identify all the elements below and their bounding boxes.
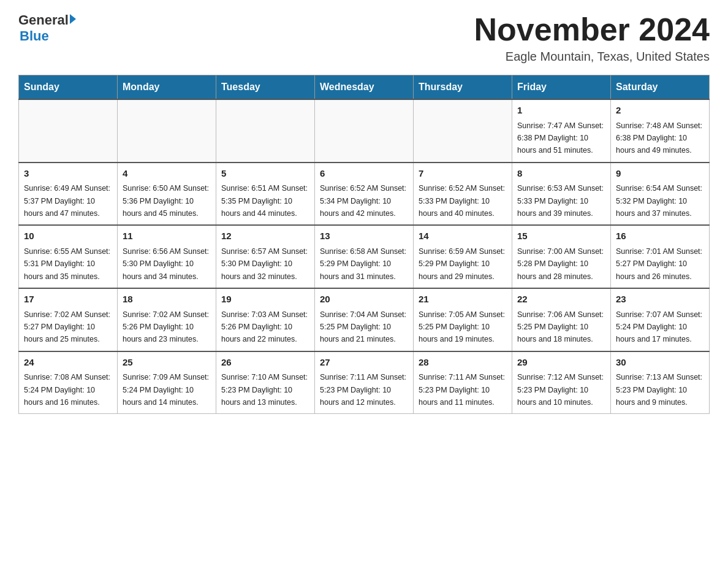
- calendar-cell: 21Sunrise: 7:05 AM Sunset: 5:25 PM Dayli…: [414, 288, 512, 351]
- day-number: 30: [616, 356, 704, 370]
- calendar-cell: [216, 99, 315, 163]
- calendar-cell: [118, 99, 216, 163]
- calendar-cell: [315, 99, 414, 163]
- calendar-cell: 16Sunrise: 7:01 AM Sunset: 5:27 PM Dayli…: [611, 225, 710, 288]
- day-info: Sunrise: 7:03 AM Sunset: 5:26 PM Dayligh…: [221, 310, 308, 344]
- day-info: Sunrise: 6:52 AM Sunset: 5:34 PM Dayligh…: [320, 184, 406, 218]
- day-info: Sunrise: 7:02 AM Sunset: 5:26 PM Dayligh…: [123, 310, 209, 344]
- weekday-header-thursday: Thursday: [414, 75, 512, 100]
- calendar-cell: 1Sunrise: 7:47 AM Sunset: 6:38 PM Daylig…: [512, 99, 611, 163]
- day-number: 21: [419, 293, 507, 307]
- day-info: Sunrise: 7:10 AM Sunset: 5:23 PM Dayligh…: [221, 373, 308, 407]
- day-number: 6: [320, 167, 408, 181]
- day-info: Sunrise: 6:52 AM Sunset: 5:33 PM Dayligh…: [419, 184, 505, 218]
- calendar-cell: 4Sunrise: 6:50 AM Sunset: 5:36 PM Daylig…: [118, 163, 216, 226]
- day-number: 18: [123, 293, 211, 307]
- day-info: Sunrise: 6:54 AM Sunset: 5:32 PM Dayligh…: [616, 184, 702, 218]
- day-number: 15: [517, 229, 605, 243]
- weekday-header-friday: Friday: [512, 75, 611, 100]
- calendar-body: 1Sunrise: 7:47 AM Sunset: 6:38 PM Daylig…: [19, 99, 710, 414]
- calendar-cell: 17Sunrise: 7:02 AM Sunset: 5:27 PM Dayli…: [19, 288, 118, 351]
- weekday-header-row: SundayMondayTuesdayWednesdayThursdayFrid…: [19, 75, 710, 100]
- day-info: Sunrise: 7:07 AM Sunset: 5:24 PM Dayligh…: [616, 310, 702, 344]
- day-number: 4: [123, 167, 211, 181]
- day-info: Sunrise: 6:49 AM Sunset: 5:37 PM Dayligh…: [24, 184, 110, 218]
- calendar-cell: 3Sunrise: 6:49 AM Sunset: 5:37 PM Daylig…: [19, 163, 118, 226]
- calendar-week-3: 10Sunrise: 6:55 AM Sunset: 5:31 PM Dayli…: [19, 225, 710, 288]
- day-number: 19: [221, 293, 309, 307]
- calendar-cell: 27Sunrise: 7:11 AM Sunset: 5:23 PM Dayli…: [315, 351, 414, 414]
- day-number: 13: [320, 229, 408, 243]
- calendar-table: SundayMondayTuesdayWednesdayThursdayFrid…: [18, 75, 710, 414]
- day-number: 26: [221, 356, 309, 370]
- day-info: Sunrise: 7:11 AM Sunset: 5:23 PM Dayligh…: [320, 373, 406, 407]
- day-info: Sunrise: 6:53 AM Sunset: 5:33 PM Dayligh…: [517, 184, 604, 218]
- calendar-cell: 2Sunrise: 7:48 AM Sunset: 6:38 PM Daylig…: [611, 99, 710, 163]
- calendar-cell: 12Sunrise: 6:57 AM Sunset: 5:30 PM Dayli…: [216, 225, 315, 288]
- day-number: 17: [24, 293, 112, 307]
- day-number: 7: [419, 167, 507, 181]
- day-info: Sunrise: 6:51 AM Sunset: 5:35 PM Dayligh…: [221, 184, 308, 218]
- day-info: Sunrise: 6:58 AM Sunset: 5:29 PM Dayligh…: [320, 247, 406, 281]
- calendar-week-2: 3Sunrise: 6:49 AM Sunset: 5:37 PM Daylig…: [19, 163, 710, 226]
- day-number: 1: [517, 104, 605, 118]
- day-info: Sunrise: 7:08 AM Sunset: 5:24 PM Dayligh…: [24, 373, 110, 407]
- calendar-cell: 9Sunrise: 6:54 AM Sunset: 5:32 PM Daylig…: [611, 163, 710, 226]
- calendar-cell: 29Sunrise: 7:12 AM Sunset: 5:23 PM Dayli…: [512, 351, 611, 414]
- calendar-cell: 13Sunrise: 6:58 AM Sunset: 5:29 PM Dayli…: [315, 225, 414, 288]
- day-info: Sunrise: 7:47 AM Sunset: 6:38 PM Dayligh…: [517, 121, 604, 155]
- calendar-cell: 23Sunrise: 7:07 AM Sunset: 5:24 PM Dayli…: [611, 288, 710, 351]
- logo-arrow-icon: [70, 14, 76, 24]
- calendar-cell: 30Sunrise: 7:13 AM Sunset: 5:23 PM Dayli…: [611, 351, 710, 414]
- weekday-header-monday: Monday: [118, 75, 216, 100]
- day-info: Sunrise: 6:56 AM Sunset: 5:30 PM Dayligh…: [123, 247, 209, 281]
- day-number: 25: [123, 356, 211, 370]
- day-number: 14: [419, 229, 507, 243]
- weekday-header-sunday: Sunday: [19, 75, 118, 100]
- day-number: 22: [517, 293, 605, 307]
- calendar-cell: 26Sunrise: 7:10 AM Sunset: 5:23 PM Dayli…: [216, 351, 315, 414]
- calendar-cell: 18Sunrise: 7:02 AM Sunset: 5:26 PM Dayli…: [118, 288, 216, 351]
- day-number: 29: [517, 356, 605, 370]
- calendar-cell: [19, 99, 118, 163]
- day-number: 5: [221, 167, 309, 181]
- calendar-week-5: 24Sunrise: 7:08 AM Sunset: 5:24 PM Dayli…: [19, 351, 710, 414]
- day-number: 27: [320, 356, 408, 370]
- title-section: November 2024 Eagle Mountain, Texas, Uni…: [474, 12, 710, 64]
- day-number: 28: [419, 356, 507, 370]
- day-info: Sunrise: 6:50 AM Sunset: 5:36 PM Dayligh…: [123, 184, 209, 218]
- day-info: Sunrise: 7:48 AM Sunset: 6:38 PM Dayligh…: [616, 121, 702, 155]
- calendar-cell: 25Sunrise: 7:09 AM Sunset: 5:24 PM Dayli…: [118, 351, 216, 414]
- calendar-cell: 22Sunrise: 7:06 AM Sunset: 5:25 PM Dayli…: [512, 288, 611, 351]
- weekday-header-wednesday: Wednesday: [315, 75, 414, 100]
- calendar-cell: 28Sunrise: 7:11 AM Sunset: 5:23 PM Dayli…: [414, 351, 512, 414]
- calendar-cell: 7Sunrise: 6:52 AM Sunset: 5:33 PM Daylig…: [414, 163, 512, 226]
- day-number: 23: [616, 293, 704, 307]
- day-number: 3: [24, 167, 112, 181]
- calendar-cell: 24Sunrise: 7:08 AM Sunset: 5:24 PM Dayli…: [19, 351, 118, 414]
- calendar-cell: 11Sunrise: 6:56 AM Sunset: 5:30 PM Dayli…: [118, 225, 216, 288]
- day-number: 9: [616, 167, 704, 181]
- day-number: 12: [221, 229, 309, 243]
- day-info: Sunrise: 7:02 AM Sunset: 5:27 PM Dayligh…: [24, 310, 110, 344]
- weekday-header-tuesday: Tuesday: [216, 75, 315, 100]
- weekday-header-saturday: Saturday: [611, 75, 710, 100]
- day-info: Sunrise: 7:00 AM Sunset: 5:28 PM Dayligh…: [517, 247, 604, 281]
- day-info: Sunrise: 7:01 AM Sunset: 5:27 PM Dayligh…: [616, 247, 702, 281]
- calendar-week-4: 17Sunrise: 7:02 AM Sunset: 5:27 PM Dayli…: [19, 288, 710, 351]
- calendar-week-1: 1Sunrise: 7:47 AM Sunset: 6:38 PM Daylig…: [19, 99, 710, 163]
- calendar-cell: 10Sunrise: 6:55 AM Sunset: 5:31 PM Dayli…: [19, 225, 118, 288]
- day-number: 2: [616, 104, 704, 118]
- calendar-cell: [414, 99, 512, 163]
- page-header: General Blue November 2024 Eagle Mountai…: [18, 12, 710, 64]
- day-info: Sunrise: 6:55 AM Sunset: 5:31 PM Dayligh…: [24, 247, 110, 281]
- calendar-cell: 8Sunrise: 6:53 AM Sunset: 5:33 PM Daylig…: [512, 163, 611, 226]
- day-number: 24: [24, 356, 112, 370]
- day-info: Sunrise: 7:11 AM Sunset: 5:23 PM Dayligh…: [419, 373, 505, 407]
- calendar-cell: 14Sunrise: 6:59 AM Sunset: 5:29 PM Dayli…: [414, 225, 512, 288]
- calendar-cell: 15Sunrise: 7:00 AM Sunset: 5:28 PM Dayli…: [512, 225, 611, 288]
- day-info: Sunrise: 7:05 AM Sunset: 5:25 PM Dayligh…: [419, 310, 505, 344]
- calendar-header: SundayMondayTuesdayWednesdayThursdayFrid…: [19, 75, 710, 100]
- day-number: 11: [123, 229, 211, 243]
- logo-blue-text: Blue: [20, 28, 76, 44]
